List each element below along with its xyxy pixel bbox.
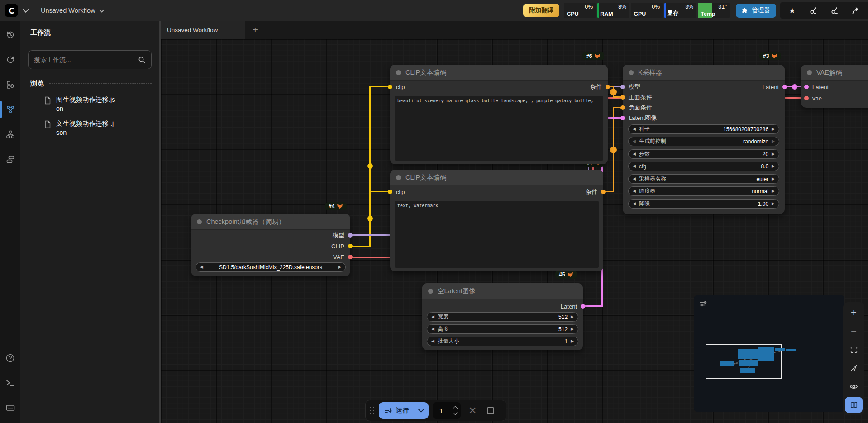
link-midpoint-dot[interactable] xyxy=(367,216,373,221)
decrement-arrow-icon[interactable] xyxy=(633,202,636,206)
slot-dot-icon[interactable] xyxy=(388,85,392,89)
node-header[interactable]: 空Latent图像 xyxy=(422,283,583,299)
output-slot-model[interactable]: 模型 xyxy=(333,232,353,239)
increment-arrow-icon[interactable] xyxy=(571,315,574,319)
link-midpoint-dot[interactable] xyxy=(367,163,373,169)
node-vae-decode[interactable]: VAE解码 Latent vae xyxy=(801,65,868,108)
slot-dot-icon[interactable] xyxy=(581,304,585,309)
node-clip-text-encode-negative[interactable]: CLIP文本编码 clip 条件 text, watermark xyxy=(390,170,603,271)
slot-dot-icon[interactable] xyxy=(804,85,809,89)
slot-dot-icon[interactable] xyxy=(388,190,392,194)
cleaner-icon-2[interactable] xyxy=(830,7,838,14)
decrement-arrow-icon[interactable] xyxy=(431,339,434,343)
decrement-arrow-icon[interactable] xyxy=(633,152,636,156)
output-slot-clip[interactable]: CLIP xyxy=(331,242,353,250)
tab-unsaved-workflow[interactable]: Unsaved Workflow xyxy=(161,21,245,39)
toggle-minimap-button[interactable] xyxy=(845,397,863,413)
output-slot-vae[interactable]: VAE xyxy=(333,253,353,261)
rail-item-nodes-library[interactable] xyxy=(0,75,20,94)
increment-arrow-icon[interactable] xyxy=(338,265,341,269)
input-slot-latent-image[interactable]: Latent图像 xyxy=(620,114,657,122)
increment-arrow-icon[interactable] xyxy=(772,189,775,193)
workflow-name[interactable]: Unsaved Workflow xyxy=(41,7,95,14)
comfyui-logo-icon[interactable]: C xyxy=(5,4,18,17)
share-icon[interactable] xyxy=(852,7,860,14)
seed-widget[interactable]: 种子 156680208700286 xyxy=(628,124,779,134)
slot-dot-icon[interactable] xyxy=(606,85,610,89)
increment-arrow-icon[interactable] xyxy=(772,152,775,156)
collapse-dot-icon[interactable] xyxy=(396,175,401,180)
slot-dot-icon[interactable] xyxy=(782,85,787,89)
node-checkpoint-loader[interactable]: Checkpoint加载器（简易） 模型 CLIP VAE xyxy=(191,214,350,276)
slot-dot-icon[interactable] xyxy=(620,105,625,110)
favorites-star-icon[interactable]: ★ xyxy=(789,7,796,14)
browse-section-header[interactable]: 浏览 xyxy=(30,79,152,88)
increment-arrow-icon[interactable] xyxy=(571,339,574,343)
extra-translate-button[interactable]: 附加翻译 xyxy=(523,4,559,17)
slot-dot-icon[interactable] xyxy=(620,116,625,120)
cancel-run-icon[interactable]: ✕ xyxy=(468,405,477,417)
decrement-arrow-icon[interactable] xyxy=(200,265,203,269)
minimap-settings-icon[interactable] xyxy=(699,300,707,308)
link-midpoint-dot[interactable] xyxy=(610,147,617,153)
node-header[interactable]: CLIP文本编码 xyxy=(390,65,608,81)
input-slot-positive[interactable]: 正面条件 xyxy=(620,94,652,101)
decrement-arrow-icon[interactable] xyxy=(633,164,636,168)
decrement-icon[interactable] xyxy=(453,410,458,415)
collapse-dot-icon[interactable] xyxy=(396,70,401,75)
node-ksampler[interactable]: K采样器 模型 Latent 正面条件 xyxy=(623,65,785,214)
decrement-arrow-icon[interactable] xyxy=(633,177,636,181)
increment-arrow-icon[interactable] xyxy=(772,139,775,143)
input-slot-negative[interactable]: 负面条件 xyxy=(620,104,652,111)
node-clip-text-encode-positive[interactable]: CLIP文本编码 clip 条件 beautiful scenery natur… xyxy=(390,65,608,164)
batch-count-steppers[interactable] xyxy=(453,407,457,414)
slot-dot-icon[interactable] xyxy=(620,95,625,100)
workflow-file-item[interactable]: 图生视频动作迁移.json xyxy=(20,92,159,116)
height-widget[interactable]: 高度 512 xyxy=(427,324,578,334)
stop-icon[interactable] xyxy=(487,407,494,414)
drag-handle-icon[interactable] xyxy=(370,407,375,415)
run-options-chevron-icon[interactable] xyxy=(418,407,424,413)
minimap-panel[interactable] xyxy=(694,295,844,412)
workflow-search-box[interactable] xyxy=(28,50,152,69)
ckpt-name-widget[interactable]: SD1.5/darkSushiMixMix_225D.safetensors xyxy=(196,262,346,272)
denoise-widget[interactable]: 降噪 1.00 xyxy=(628,199,779,209)
workflow-file-item[interactable]: 文生视频动作迁移 .json xyxy=(20,116,159,140)
input-slot-model[interactable]: 模型 xyxy=(620,83,640,90)
output-slot-latent[interactable]: Latent xyxy=(561,303,585,310)
increment-arrow-icon[interactable] xyxy=(571,327,574,331)
increment-arrow-icon[interactable] xyxy=(772,177,775,181)
graph-canvas[interactable]: #6 #3 #7 #4 #5 xyxy=(161,39,868,423)
slot-dot-icon[interactable] xyxy=(804,96,809,100)
rail-item-workflows[interactable] xyxy=(0,100,20,119)
slot-dot-icon[interactable] xyxy=(348,255,353,259)
decrement-arrow-icon[interactable] xyxy=(431,327,434,331)
increment-arrow-icon[interactable] xyxy=(772,164,775,168)
input-slot-clip[interactable]: clip xyxy=(388,83,405,90)
increment-arrow-icon[interactable] xyxy=(772,202,775,206)
workflow-chevron-down-icon[interactable] xyxy=(99,7,104,12)
fit-view-button[interactable] xyxy=(845,342,863,358)
input-slot-vae[interactable]: vae xyxy=(804,95,822,102)
batch-size-widget[interactable]: 批量大小 1 xyxy=(427,337,578,346)
workflow-search-input[interactable] xyxy=(34,56,138,63)
slot-dot-icon[interactable] xyxy=(620,85,625,89)
collapse-dot-icon[interactable] xyxy=(807,70,812,75)
control-after-generate-widget[interactable]: 生成前控制 randomize xyxy=(628,137,779,146)
increment-arrow-icon[interactable] xyxy=(772,127,775,131)
node-empty-latent-image[interactable]: 空Latent图像 Latent 宽度 512 高度 xyxy=(422,283,583,350)
collapse-dot-icon[interactable] xyxy=(629,70,634,75)
prompt-textarea[interactable]: text, watermark xyxy=(395,201,599,268)
rail-item-help[interactable] xyxy=(0,348,20,367)
steps-widget[interactable]: 步数 20 xyxy=(628,149,779,159)
decrement-arrow-icon[interactable] xyxy=(633,139,636,143)
rail-item-templates[interactable] xyxy=(0,150,20,169)
toggle-visibility-button[interactable] xyxy=(845,378,863,394)
new-tab-button[interactable]: + xyxy=(245,21,266,39)
batch-count-input[interactable]: 1 xyxy=(433,402,461,419)
scheduler-widget[interactable]: 调度器 normal xyxy=(628,186,779,196)
sampler-name-widget[interactable]: 采样器名称 euler xyxy=(628,174,779,184)
rail-item-node-tree[interactable] xyxy=(0,125,20,144)
link-midpoint-dot[interactable] xyxy=(610,89,617,95)
output-slot-conditioning[interactable]: 条件 xyxy=(586,188,606,195)
